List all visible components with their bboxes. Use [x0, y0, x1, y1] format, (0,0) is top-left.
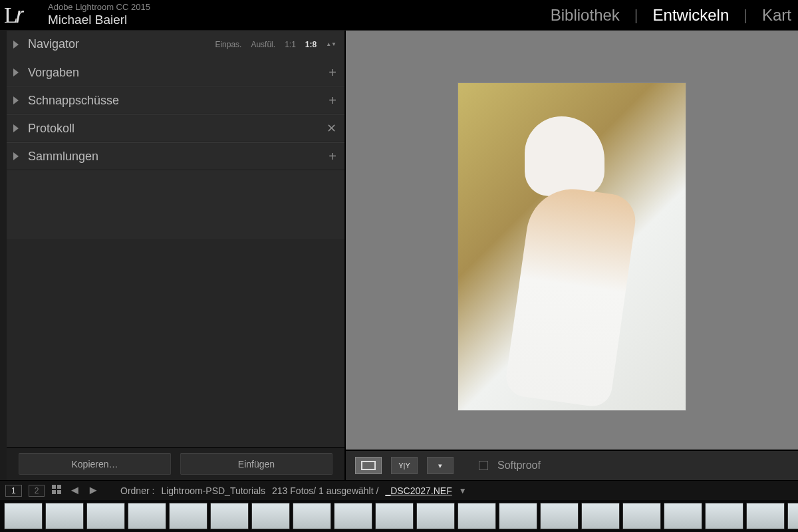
image-canvas[interactable] — [346, 31, 798, 450]
filmstrip[interactable] — [0, 500, 798, 532]
filmstrip-thumb[interactable] — [540, 503, 579, 529]
filmstrip-thumb[interactable] — [416, 503, 455, 529]
disclosure-triangle-icon — [13, 124, 19, 132]
zoom-custom[interactable]: 1:8 — [305, 40, 317, 49]
module-picker: Bibliothek | Entwickeln | Kart — [551, 6, 791, 25]
panel-presets[interactable]: Vorgaben + — [7, 59, 344, 86]
panel-label: Protokoll — [28, 122, 74, 136]
panel-label: Navigator — [28, 37, 79, 51]
zoom-fit[interactable]: Einpas. — [215, 40, 241, 49]
filmstrip-thumb[interactable] — [210, 503, 249, 529]
clear-icon[interactable]: ✕ — [327, 121, 336, 136]
navigator-zoom-options: Einpas. Ausfül. 1:1 1:8 ▲▼ — [215, 40, 336, 49]
filmstrip-thumb[interactable] — [664, 503, 702, 529]
grid-icon[interactable] — [51, 484, 62, 497]
app-title: Adobe Lightroom CC 2015 — [48, 2, 150, 13]
panel-history[interactable]: Protokoll ✕ — [7, 114, 344, 142]
disclosure-triangle-icon — [13, 96, 19, 104]
current-filename[interactable]: _DSC2027.NEF — [385, 485, 452, 496]
left-panel: Navigator Einpas. Ausfül. 1:1 1:8 ▲▼ Vor… — [7, 31, 346, 480]
main-window-button[interactable]: 1 — [5, 485, 22, 497]
disclosure-triangle-icon — [13, 68, 19, 76]
filmstrip-thumb[interactable] — [251, 503, 290, 529]
filmstrip-thumb[interactable] — [746, 503, 785, 529]
photo-count: 213 Fotos/ 1 ausgewählt / — [272, 485, 378, 496]
disclosure-triangle-icon — [13, 152, 19, 160]
filmstrip-thumb[interactable] — [334, 503, 372, 529]
zoom-1-1[interactable]: 1:1 — [285, 40, 296, 49]
filmstrip-thumb[interactable] — [128, 503, 166, 529]
filmstrip-thumb[interactable] — [293, 503, 331, 529]
before-after-tb-button[interactable]: ▾ — [427, 457, 454, 474]
module-separator: | — [634, 7, 638, 24]
svg-rect-0 — [52, 485, 56, 489]
svg-rect-2 — [52, 490, 56, 494]
softproof-label: Softproof — [497, 460, 541, 471]
module-develop[interactable]: Entwickeln — [653, 6, 730, 25]
panel-snapshots[interactable]: Schnappschüsse + — [7, 86, 344, 114]
folder-label: Ordner : — [120, 485, 154, 496]
develop-toolbar: Y|Y ▾ Softproof — [346, 450, 798, 480]
filmstrip-thumb[interactable] — [4, 503, 43, 529]
app-logo: Lr — [4, 2, 35, 28]
filmstrip-thumb[interactable] — [581, 503, 620, 529]
module-library[interactable]: Bibliothek — [551, 6, 620, 25]
user-name: Michael Baierl — [48, 13, 150, 28]
folder-name[interactable]: Lightroom-PSD_Tutorials — [161, 485, 265, 496]
filmstrip-thumb[interactable] — [787, 503, 798, 529]
filmstrip-thumb[interactable] — [622, 503, 661, 529]
identity-plate: Adobe Lightroom CC 2015 Michael Baierl — [48, 2, 150, 27]
left-panel-empty — [7, 239, 344, 447]
filmstrip-thumb[interactable] — [375, 503, 414, 529]
filmstrip-thumb[interactable] — [169, 503, 207, 529]
left-panel-buttons: Kopieren… Einfügen — [7, 447, 344, 480]
panel-label: Sammlungen — [28, 150, 98, 164]
before-after-lr-button[interactable]: Y|Y — [391, 457, 418, 474]
panel-label: Schnappschüsse — [28, 94, 119, 108]
add-icon[interactable]: + — [329, 93, 336, 108]
filmstrip-thumb[interactable] — [86, 503, 125, 529]
add-icon[interactable]: + — [329, 149, 336, 164]
filmstrip-thumb[interactable] — [499, 503, 537, 529]
second-window-button[interactable]: 2 — [29, 485, 45, 497]
svg-rect-1 — [57, 485, 61, 489]
left-panel-grip[interactable] — [0, 31, 7, 480]
zoom-stepper-icon[interactable]: ▲▼ — [326, 43, 336, 46]
copy-settings-button[interactable]: Kopieren… — [19, 453, 171, 475]
filmstrip-thumb[interactable] — [705, 503, 743, 529]
nav-back-icon[interactable]: ◄ — [68, 483, 80, 497]
panel-label: Vorgaben — [28, 66, 79, 80]
preview-area: Y|Y ▾ Softproof — [346, 31, 798, 480]
disclosure-triangle-icon — [13, 41, 19, 49]
module-map[interactable]: Kart — [762, 6, 791, 25]
panel-navigator[interactable]: Navigator Einpas. Ausfül. 1:1 1:8 ▲▼ — [7, 31, 344, 59]
app-header: Lr Adobe Lightroom CC 2015 Michael Baier… — [0, 0, 798, 31]
preview-image — [458, 83, 686, 410]
filename-dropdown-icon[interactable]: ▼ — [459, 486, 467, 495]
zoom-fill[interactable]: Ausfül. — [251, 40, 275, 49]
svg-rect-3 — [57, 490, 61, 494]
paste-settings-button[interactable]: Einfügen — [180, 453, 332, 475]
filmstrip-header: 1 2 ◄ ► Ordner : Lightroom-PSD_Tutorials… — [0, 480, 798, 500]
panel-collections[interactable]: Sammlungen + — [7, 142, 344, 170]
module-separator: | — [743, 7, 747, 24]
nav-forward-icon[interactable]: ► — [87, 483, 99, 497]
loupe-view-button[interactable] — [355, 457, 382, 474]
filmstrip-thumb[interactable] — [458, 503, 496, 529]
add-icon[interactable]: + — [329, 65, 336, 80]
softproof-checkbox[interactable] — [479, 461, 488, 470]
filmstrip-thumb[interactable] — [45, 503, 84, 529]
